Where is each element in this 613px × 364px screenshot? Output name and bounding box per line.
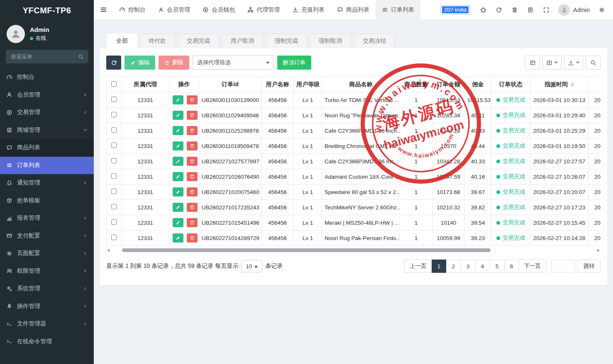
sidebar-item-console[interactable]: 控制台 [0, 68, 94, 86]
nav-item-agent[interactable]: 代理管理 [241, 0, 286, 20]
row-delete-button[interactable] [187, 126, 198, 135]
tab-force-complete[interactable]: 强制完成 [266, 34, 307, 48]
horizontal-scrollbar[interactable] [106, 248, 601, 253]
cell-select [107, 108, 122, 123]
row-delete-button[interactable] [187, 157, 198, 166]
jump-button[interactable]: 跳转 [578, 260, 601, 273]
unfreeze-button[interactable]: 解冻订单 [277, 56, 311, 70]
scrollbar-thumb[interactable] [122, 248, 491, 252]
row-checkbox[interactable] [111, 143, 117, 148]
row-checkbox[interactable] [111, 219, 117, 225]
edit-button[interactable]: 编辑 [125, 56, 155, 70]
row-edit-button[interactable] [173, 141, 183, 150]
prev-page-button[interactable]: 上一页 [404, 260, 432, 273]
page-button-1[interactable]: 1 [432, 260, 447, 273]
detail-view-button[interactable] [525, 56, 540, 70]
sidebar-item-members[interactable]: 会员管理 [0, 86, 94, 104]
columns-button[interactable] [542, 56, 562, 70]
row-checkbox[interactable] [111, 204, 117, 209]
sidebar-item-order-list[interactable]: 订单列表 [0, 157, 94, 175]
row-checkbox[interactable] [111, 127, 117, 133]
row-delete-button[interactable] [187, 111, 198, 120]
row-checkbox[interactable] [111, 158, 117, 163]
row-checkbox[interactable] [111, 173, 117, 179]
search-icon[interactable] [74, 50, 88, 63]
row-delete-button[interactable] [187, 95, 198, 104]
row-edit-button[interactable] [173, 95, 183, 104]
delete-button[interactable]: 删除 [159, 56, 189, 70]
sidebar-item-goods-list[interactable]: 商品列表 [0, 139, 94, 157]
row-delete-button[interactable] [187, 233, 198, 243]
row-checkbox[interactable] [111, 112, 117, 117]
search-toggle-button[interactable] [586, 56, 601, 70]
row-edit-button[interactable] [173, 126, 183, 135]
row-checkbox[interactable] [111, 97, 117, 102]
agent-filter-input[interactable]: 207-India [440, 5, 470, 15]
row-edit-button[interactable] [173, 218, 183, 227]
nav-item-recharge[interactable]: 充值列表 [286, 0, 331, 20]
row-edit-button[interactable] [173, 157, 183, 166]
clear-cache-button[interactable] [523, 2, 537, 18]
row-delete-button[interactable] [187, 141, 198, 150]
sidebar-item-page-config[interactable]: 页面配置 [0, 245, 94, 262]
row-edit-button[interactable] [173, 172, 183, 181]
home-button[interactable] [476, 2, 490, 18]
refresh-button[interactable] [492, 2, 506, 18]
tab-force-cancel[interactable]: 强制取消 [310, 34, 351, 48]
sidebar-item-online-command[interactable]: 在线命令管理 [0, 333, 94, 351]
row-edit-button[interactable] [173, 187, 183, 197]
settings-button[interactable] [595, 2, 609, 18]
jump-page-input[interactable] [551, 260, 575, 272]
page-button-4[interactable]: 4 [475, 260, 490, 273]
nav-item-goods[interactable]: 商品列表 [331, 0, 376, 20]
sidebar-item-notice[interactable]: 通知管理 [0, 174, 94, 192]
nav-item-console[interactable]: 控制台 [113, 0, 152, 20]
page-button-2[interactable]: 2 [446, 260, 461, 273]
tab-frozen[interactable]: 交易冻结 [354, 34, 395, 48]
select-all-checkbox[interactable] [111, 81, 117, 87]
sidebar-item-report[interactable]: 报表管理 [0, 209, 94, 227]
menu-search-input[interactable] [6, 53, 74, 60]
sidebar-item-trade[interactable]: 交易管理 [0, 104, 94, 121]
tab-user-cancel[interactable]: 用户取消 [222, 34, 263, 48]
nav-item-members[interactable]: 会员管理 [152, 0, 196, 20]
sidebar-item-payment[interactable]: 支付配置 [0, 227, 94, 245]
row-delete-button[interactable] [187, 218, 198, 227]
nav-item-orders[interactable]: 订单列表 [376, 0, 420, 20]
refresh-table-button[interactable] [106, 56, 121, 70]
sidebar-item-mall[interactable]: 商城管理 [0, 121, 94, 139]
agent-filter-select[interactable]: 选择代理筛选 [193, 56, 274, 70]
page-button-6[interactable]: 6 [504, 260, 519, 273]
scroll-left-icon[interactable] [107, 249, 110, 252]
header-assign-time[interactable]: 指派时间 [530, 77, 589, 92]
cell-qty: 1 [400, 154, 432, 169]
sidebar-item-system[interactable]: 系统管理 [0, 280, 94, 298]
user-menu[interactable]: Admin [555, 4, 593, 16]
header-select-all[interactable] [107, 77, 122, 92]
trash-button[interactable] [508, 2, 522, 18]
tab-all[interactable]: 全部 [107, 34, 137, 48]
row-checkbox[interactable] [111, 189, 117, 194]
sidebar-item-permission[interactable]: 权限管理 [0, 262, 94, 280]
fullscreen-button[interactable] [539, 2, 553, 18]
tab-completed[interactable]: 交易完成 [178, 34, 219, 48]
nav-item-wallet[interactable]: 会员钱包 [196, 0, 241, 20]
row-edit-button[interactable] [173, 203, 183, 212]
sidebar-item-file-manager[interactable]: 文件管理器 [0, 315, 94, 333]
page-button-3[interactable]: 3 [461, 260, 476, 273]
row-delete-button[interactable] [187, 172, 198, 181]
scroll-right-icon[interactable] [597, 249, 600, 252]
row-edit-button[interactable] [173, 233, 183, 243]
row-delete-button[interactable] [187, 203, 198, 212]
sidebar-item-plugin[interactable]: 插件管理 [0, 298, 94, 315]
next-page-button[interactable]: 下一页 [519, 260, 547, 273]
row-delete-button[interactable] [187, 187, 198, 197]
page-size-select[interactable]: 10 [241, 260, 262, 272]
export-button[interactable] [564, 56, 583, 70]
page-button-5[interactable]: 5 [490, 260, 505, 273]
row-edit-button[interactable] [173, 111, 183, 120]
tab-pending-payment[interactable]: 待付款 [139, 34, 175, 48]
row-checkbox[interactable] [111, 235, 117, 240]
sidebar-toggle-button[interactable] [94, 0, 113, 20]
sidebar-item-grab-template[interactable]: 抢单模板 [0, 192, 94, 210]
